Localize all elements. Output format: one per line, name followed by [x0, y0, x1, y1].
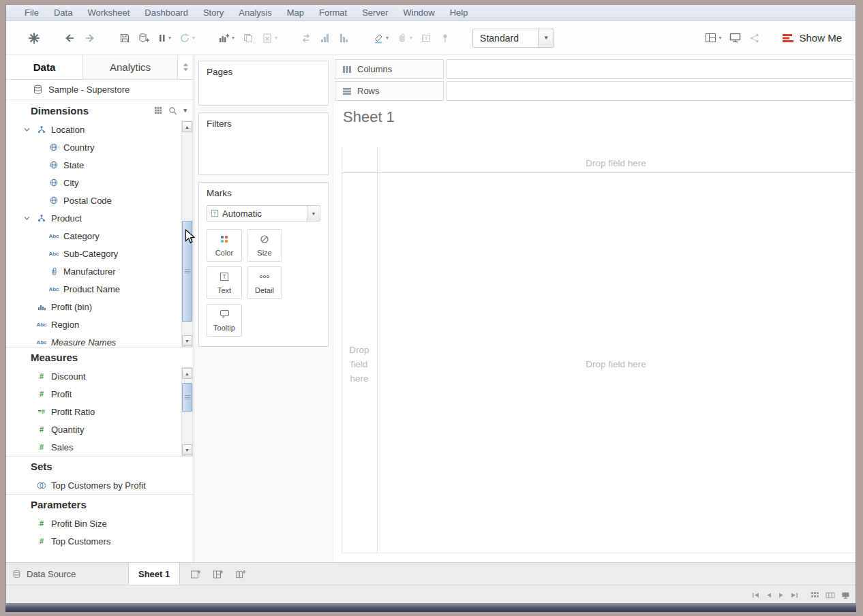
- field-state[interactable]: State: [6, 156, 194, 174]
- menu-dashboard[interactable]: Dashboard: [137, 5, 196, 20]
- marks-text-button[interactable]: TText: [207, 266, 242, 299]
- pause-updates-button[interactable]: ▾: [155, 30, 174, 46]
- new-story-tab-button[interactable]: [232, 566, 249, 582]
- scrollbar-thumb[interactable]: [182, 221, 192, 322]
- sort-descending-button[interactable]: [336, 29, 352, 47]
- menu-format[interactable]: Format: [312, 5, 354, 20]
- new-dashboard-tab-button[interactable]: [209, 566, 227, 582]
- menu-worksheet[interactable]: Worksheet: [80, 5, 137, 20]
- field-top-customers-by-profit[interactable]: Top Customers by Profit: [6, 476, 194, 494]
- pages-card[interactable]: Pages: [198, 61, 329, 106]
- marks-color-button[interactable]: Color: [207, 229, 242, 262]
- refresh-button[interactable]: ▾: [177, 29, 198, 47]
- menu-analysis[interactable]: Analysis: [231, 5, 279, 20]
- field-profit-bin-size[interactable]: #Profit Bin Size: [6, 514, 194, 532]
- marks-tooltip-button[interactable]: Tooltip: [207, 304, 242, 337]
- dimensions-scrollbar[interactable]: ▲ ▼: [181, 121, 193, 347]
- columns-shelf-drop-area[interactable]: [446, 59, 853, 79]
- duplicate-sheet-button[interactable]: [240, 29, 256, 47]
- data-source-tab[interactable]: Data Source: [6, 563, 129, 585]
- chevron-down-icon[interactable]: ▾: [718, 35, 721, 41]
- scroll-up-button[interactable]: ▲: [182, 368, 192, 379]
- field-category[interactable]: AbcCategory: [6, 227, 194, 245]
- field-sub-category[interactable]: AbcSub-Category: [6, 245, 194, 262]
- menu-story[interactable]: Story: [196, 5, 231, 20]
- field-manufacturer[interactable]: Manufacturer: [6, 262, 194, 280]
- menu-help[interactable]: Help: [442, 5, 476, 20]
- fit-select[interactable]: Standard ▼: [472, 29, 554, 48]
- new-worksheet-tab-button[interactable]: [187, 566, 205, 582]
- field-discount[interactable]: #Discount: [6, 367, 194, 385]
- field-postal-code[interactable]: Postal Code: [6, 191, 194, 209]
- field-region[interactable]: AbcRegion: [6, 315, 194, 333]
- chevron-down-icon[interactable]: [24, 216, 35, 221]
- previous-sheet-button[interactable]: [766, 592, 772, 598]
- menu-file[interactable]: File: [17, 5, 46, 20]
- field-quantity[interactable]: #Quantity: [6, 420, 194, 438]
- chevron-down-icon[interactable]: ▾: [275, 35, 277, 41]
- redo-button[interactable]: [81, 29, 99, 47]
- group-members-button[interactable]: ▾: [394, 29, 415, 47]
- field-profit[interactable]: #Profit: [6, 385, 194, 403]
- presentation-view-button[interactable]: [841, 591, 850, 599]
- pane-toggle-icon[interactable]: [183, 55, 189, 79]
- drop-zone-rows[interactable]: Drop field here: [342, 343, 377, 386]
- field-measure-names[interactable]: AbcMeasure Names: [6, 333, 194, 347]
- menu-window[interactable]: Window: [395, 5, 442, 20]
- scroll-up-button[interactable]: ▲: [182, 121, 192, 132]
- field-profit-bin[interactable]: Profit (bin): [6, 298, 194, 315]
- last-sheet-button[interactable]: [791, 592, 798, 598]
- show-me-button[interactable]: Show Me: [782, 32, 842, 44]
- field-product-name[interactable]: AbcProduct Name: [6, 280, 194, 298]
- sheet-tab-sheet-1[interactable]: Sheet 1: [129, 563, 180, 585]
- show-cards-button[interactable]: ▾: [702, 29, 724, 46]
- new-datasource-button[interactable]: [136, 29, 153, 47]
- field-city[interactable]: City: [6, 174, 194, 191]
- save-button[interactable]: [117, 29, 133, 47]
- field-sales[interactable]: #Sales: [6, 438, 194, 456]
- undo-button[interactable]: [61, 29, 78, 47]
- marks-detail-button[interactable]: Detail: [247, 266, 282, 299]
- datasource-item[interactable]: Sample - Superstore: [6, 80, 194, 100]
- chevron-down-icon[interactable]: ▾: [410, 35, 412, 41]
- chevron-down-icon[interactable]: ▼: [538, 29, 554, 47]
- grid-view-icon[interactable]: [154, 106, 162, 114]
- drop-zone-center[interactable]: Drop field here: [378, 359, 853, 369]
- field-country[interactable]: Country: [6, 138, 194, 156]
- presentation-mode-button[interactable]: [727, 29, 744, 46]
- scrollbar-thumb[interactable]: [182, 383, 192, 412]
- next-sheet-button[interactable]: [778, 592, 784, 598]
- filmstrip-view-button[interactable]: [826, 591, 835, 599]
- fix-axes-button[interactable]: [437, 29, 453, 47]
- field-top-customers[interactable]: #Top Customers: [6, 532, 194, 550]
- swap-axes-button[interactable]: [298, 29, 314, 47]
- field-profit-ratio[interactable]: =#Profit Ratio: [6, 403, 194, 420]
- chevron-down-icon[interactable]: ▼: [307, 206, 320, 221]
- tab-analytics[interactable]: Analytics: [82, 55, 178, 79]
- scroll-down-button[interactable]: ▼: [182, 335, 192, 346]
- chevron-down-icon[interactable]: ▾: [232, 35, 234, 41]
- marks-size-button[interactable]: Size: [247, 229, 282, 262]
- search-icon[interactable]: [168, 106, 177, 115]
- measures-scrollbar[interactable]: ▲ ▼: [181, 367, 193, 456]
- menu-map[interactable]: Map: [279, 5, 312, 20]
- show-mark-labels-button[interactable]: T: [418, 29, 434, 47]
- field-product[interactable]: Product: [6, 209, 194, 227]
- menu-server[interactable]: Server: [354, 5, 395, 20]
- mark-type-select[interactable]: T Automatic ▼: [207, 205, 320, 221]
- clear-sheet-button[interactable]: ▾: [259, 29, 280, 47]
- first-sheet-button[interactable]: [752, 592, 759, 598]
- highlight-button[interactable]: ▾: [370, 29, 391, 47]
- tableau-logo-button[interactable]: [25, 29, 43, 48]
- sort-ascending-button[interactable]: [317, 29, 333, 47]
- share-button[interactable]: [746, 29, 763, 47]
- filters-card[interactable]: Filters: [198, 112, 329, 175]
- field-location[interactable]: Location: [6, 121, 194, 138]
- scroll-down-button[interactable]: ▼: [182, 444, 192, 455]
- sheet-sorter-view-button[interactable]: [811, 591, 819, 599]
- chevron-down-icon[interactable]: [24, 127, 35, 132]
- chevron-down-icon[interactable]: ▾: [192, 35, 195, 41]
- chevron-down-icon[interactable]: ▾: [168, 35, 171, 41]
- tab-data[interactable]: Data: [6, 55, 82, 79]
- rows-shelf-drop-area[interactable]: [446, 81, 853, 101]
